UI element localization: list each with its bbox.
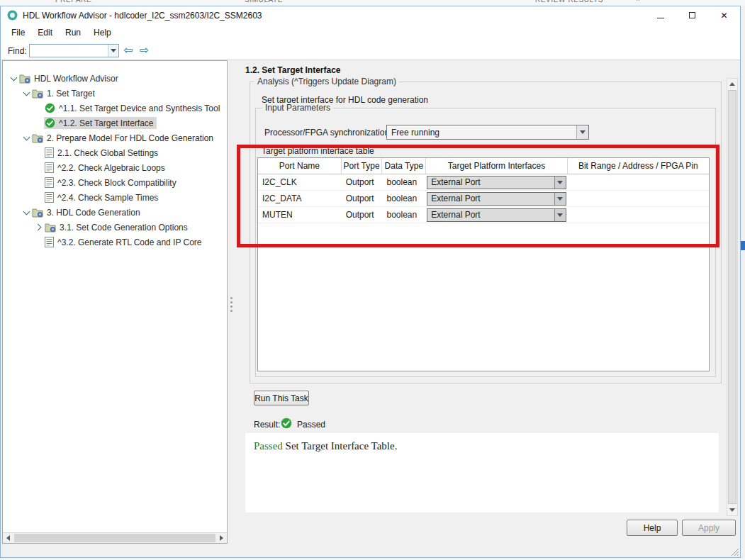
sync-dropdown-value: Free running: [391, 128, 439, 138]
column-header-data-type: Data Type: [382, 158, 426, 174]
cell-port-type: Outport: [342, 174, 383, 190]
menu-help[interactable]: Help: [87, 26, 118, 40]
close-icon: ✕: [720, 11, 727, 21]
interface-table-label: Target platform interface table: [262, 146, 374, 156]
column-header-bit-range: Bit Range / Address / FPGA Pin: [568, 158, 709, 174]
interface-dropdown-value: External Port: [431, 177, 480, 187]
sync-dropdown[interactable]: Free running: [386, 125, 589, 140]
tree-item-set-target-interface[interactable]: ^1.2. Set Target Interface: [3, 116, 227, 130]
scroll-down-icon[interactable]: [727, 505, 737, 515]
cell-port-type: Outport: [342, 207, 383, 223]
help-button[interactable]: Help: [627, 520, 678, 536]
find-label: Find:: [8, 46, 27, 56]
sync-label: Processor/FPGA synchronization:: [264, 128, 391, 138]
chevron-down-icon: [580, 130, 586, 134]
dropdown-button[interactable]: [554, 193, 566, 205]
cell-port-name: MUTEN: [258, 207, 342, 223]
column-header-target-platform-interfaces: Target Platform Interfaces: [426, 158, 567, 174]
result-message-text: Set Target Interface Table.: [283, 440, 398, 452]
tree-item-generate-rtl-code[interactable]: ^3.2. Generate RTL Code and IP Core: [3, 235, 227, 250]
window-title: HDL Workflow Advisor - hdlcoder_I2C_ssm2…: [23, 11, 262, 21]
scroll-right-icon[interactable]: [216, 533, 227, 543]
analysis-group-label: Analysis (^Triggers Update Diagram): [254, 77, 399, 86]
find-previous-button[interactable]: ⇦: [123, 43, 133, 57]
main-area: HDL Workflow Advisor 1. Set Target ^1.1.…: [1, 60, 740, 557]
cell-bit-range: [568, 207, 709, 223]
minimize-button[interactable]: [644, 6, 676, 24]
menu-run[interactable]: Run: [59, 26, 87, 40]
panel-splitter[interactable]: [228, 60, 236, 557]
toolstrip-tab-simulate: SIMULATE: [245, 0, 283, 4]
cell-port-type: Outport: [342, 191, 383, 206]
scroll-up-icon[interactable]: [727, 79, 737, 89]
task-detail-panel: 1.2. Set Target Interface Analysis (^Tri…: [236, 60, 739, 557]
tree-item-set-target-device[interactable]: ^1.1. Set Target Device and Synthesis To…: [3, 101, 227, 116]
tree-item-hdl-code-generation[interactable]: 3. HDL Code Generation: [3, 205, 227, 220]
vertical-scrollbar[interactable]: [727, 78, 738, 516]
find-next-button[interactable]: ⇨: [140, 43, 149, 57]
scrollbar-thumb[interactable]: [14, 534, 215, 542]
column-header-port-type: Port Type: [342, 158, 383, 174]
task-list-icon: [45, 237, 54, 247]
folder-gear-icon: [32, 89, 43, 99]
close-button[interactable]: ✕: [708, 6, 740, 24]
minimize-icon: [657, 18, 664, 18]
dropdown-button[interactable]: [554, 209, 566, 221]
resize-grip-icon[interactable]: [730, 547, 739, 556]
table-header-row: Port Name Port Type Data Type Target Pla…: [258, 158, 709, 174]
chevron-down-icon: [557, 197, 563, 201]
maximize-icon: [689, 12, 695, 18]
interface-dropdown[interactable]: External Port: [427, 192, 566, 206]
passed-check-icon: [281, 418, 292, 429]
chevron-down-icon[interactable]: [21, 89, 31, 99]
cell-port-name: I2C_DATA: [258, 191, 342, 206]
folder-gear-icon: [45, 223, 56, 233]
cell-data-type: boolean: [382, 174, 426, 190]
tree-item-check-global-settings[interactable]: 2.1. Check Global Settings: [3, 145, 227, 160]
cell-data-type: boolean: [382, 207, 426, 223]
toolstrip-tab-prepare: PREPARE: [55, 0, 91, 4]
target-platform-interface-table: Port Name Port Type Data Type Target Pla…: [257, 157, 710, 371]
tree-item-set-code-generation-options[interactable]: 3.1. Set Code Generation Options: [3, 220, 227, 235]
maximize-button[interactable]: [676, 6, 708, 24]
chevron-down-icon[interactable]: [9, 74, 18, 84]
chevron-right-icon[interactable]: [34, 223, 44, 233]
tree-item-check-block-compatibility[interactable]: ^2.3. Check Block Compatibility: [3, 175, 227, 190]
tree-horizontal-scrollbar[interactable]: [3, 532, 227, 543]
folder-gear-icon: [32, 133, 43, 143]
interface-dropdown[interactable]: External Port: [427, 208, 566, 222]
find-toolbar: Find: ⇦ ⇨: [1, 41, 740, 60]
task-list-icon: [45, 147, 54, 158]
run-this-task-button[interactable]: Run This Task: [254, 391, 309, 405]
result-message-status: Passed: [254, 440, 283, 452]
table-row: I2C_CLK Outport boolean External Port: [258, 174, 709, 191]
apply-button[interactable]: Apply: [682, 520, 736, 536]
chevron-down-icon[interactable]: [21, 133, 31, 143]
page-title: 1.2. Set Target Interface: [245, 65, 341, 75]
toolstrip-collapse-icon: ^: [637, 0, 639, 4]
menu-edit[interactable]: Edit: [31, 26, 59, 40]
title-bar[interactable]: HDL Workflow Advisor - hdlcoder_I2C_ssm2…: [1, 6, 740, 24]
chevron-down-icon: [557, 213, 563, 217]
input-parameters-label: Input Parameters: [262, 103, 333, 113]
find-combobox[interactable]: [29, 44, 119, 57]
tree-item-prepare-model[interactable]: 2. Prepare Model For HDL Code Generation: [3, 130, 227, 145]
chevron-down-icon[interactable]: [21, 208, 31, 218]
scrollbar-thumb[interactable]: [728, 90, 736, 504]
tree-item-check-sample-times[interactable]: ^2.4. Check Sample Times: [3, 190, 227, 205]
cell-bit-range: [568, 174, 709, 190]
dropdown-button[interactable]: [554, 177, 566, 189]
chevron-down-icon: [557, 181, 563, 184]
find-input[interactable]: [30, 45, 108, 57]
result-label: Result:: [254, 420, 280, 430]
tree-item-check-algebraic-loops[interactable]: ^2.2. Check Algebraic Loops: [3, 160, 227, 175]
scroll-left-icon[interactable]: [3, 533, 13, 543]
tree-item-set-target[interactable]: 1. Set Target: [3, 86, 227, 101]
dropdown-button[interactable]: [576, 125, 588, 139]
tree-item-hdl-workflow-advisor[interactable]: HDL Workflow Advisor: [3, 71, 227, 86]
task-tree-panel: HDL Workflow Advisor 1. Set Target ^1.1.…: [2, 60, 228, 544]
menu-bar: File Edit Run Help: [1, 24, 740, 41]
menu-file[interactable]: File: [5, 26, 31, 40]
find-dropdown-button[interactable]: [108, 45, 118, 57]
interface-dropdown[interactable]: External Port: [427, 176, 566, 189]
